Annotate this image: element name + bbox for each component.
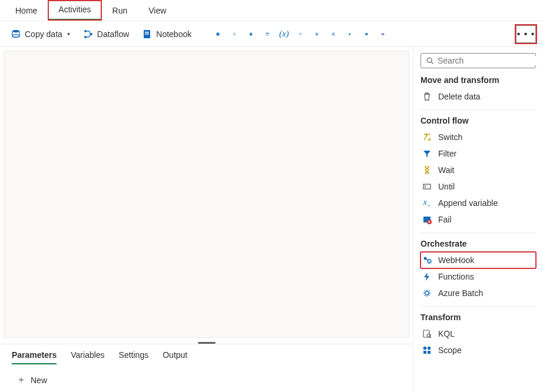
toolbar: Copy data ▾ Dataflow Notebook i (x) O T …: [0, 21, 543, 47]
notebook-icon: [142, 29, 153, 39]
search-input[interactable]: [438, 56, 541, 65]
svg-rect-35: [423, 184, 431, 189]
hourglass-icon: [422, 165, 432, 175]
info-icon[interactable]: i: [213, 29, 223, 39]
pipeline-canvas[interactable]: [4, 51, 409, 338]
gear-icon: [422, 288, 432, 298]
search-box[interactable]: [421, 53, 536, 68]
menu-webhook[interactable]: WebHook: [421, 252, 536, 268]
menu-label: Append variable: [438, 198, 498, 208]
tab-activities[interactable]: Activities: [48, 0, 101, 21]
variable-icon[interactable]: (x): [279, 29, 289, 39]
svg-rect-47: [428, 351, 431, 354]
menu-switch[interactable]: Switch: [421, 129, 536, 145]
notebook-button[interactable]: Notebook: [138, 26, 195, 42]
section-orchestrate: Orchestrate: [421, 239, 536, 248]
svg-rect-7: [145, 34, 149, 35]
notebook-label: Notebook: [156, 29, 191, 39]
pipeline-icon[interactable]: [295, 29, 306, 39]
tab-view[interactable]: View: [138, 0, 177, 21]
menu-label: Wait: [438, 165, 454, 175]
filter-icon: [422, 148, 432, 159]
script-icon[interactable]: [246, 29, 256, 39]
menu-filter[interactable]: Filter: [421, 145, 536, 162]
tab-output[interactable]: Output: [163, 350, 187, 364]
menu-label: Switch: [438, 132, 462, 142]
fail-icon: [422, 214, 432, 225]
trash-icon: [422, 91, 432, 102]
menu-wait[interactable]: Wait: [421, 162, 536, 178]
svg-line-34: [431, 62, 433, 64]
menu-label: Delete data: [438, 92, 481, 101]
more-button[interactable]: • • •: [516, 25, 536, 43]
branch-icon: [83, 29, 94, 39]
lightning-icon: [422, 271, 432, 282]
copy-data-button[interactable]: Copy data ▾: [7, 26, 74, 42]
svg-rect-45: [428, 347, 431, 350]
menu-label: Until: [438, 182, 455, 191]
new-button[interactable]: ＋ New: [0, 368, 413, 392]
scope-icon: [422, 345, 432, 356]
menu-label: Filter: [438, 149, 456, 158]
template-icon[interactable]: [312, 29, 322, 39]
outlook-icon[interactable]: O: [361, 29, 372, 39]
section-transform: Transform: [421, 313, 536, 322]
new-label: New: [31, 376, 47, 385]
menu-until[interactable]: Until: [421, 178, 536, 195]
separator: [421, 306, 536, 307]
section-move-transform: Move and transform: [421, 75, 536, 85]
tab-home[interactable]: Home: [5, 0, 48, 21]
variable-plus-icon: x+: [422, 198, 432, 208]
svg-point-20: [301, 33, 302, 34]
megaphone-icon[interactable]: [345, 29, 355, 39]
tab-run[interactable]: Run: [102, 0, 138, 21]
activities-panel: Move and transform Delete data Control f…: [413, 47, 543, 392]
menu-fail[interactable]: Fail: [421, 211, 536, 228]
globe-icon[interactable]: [328, 29, 339, 39]
svg-text:i: i: [218, 33, 218, 35]
svg-point-10: [233, 33, 235, 35]
separator: [421, 109, 536, 110]
svg-point-38: [424, 257, 427, 260]
table-icon[interactable]: [262, 29, 273, 39]
tab-variables[interactable]: Variables: [71, 350, 104, 364]
svg-rect-6: [145, 32, 149, 33]
search-icon[interactable]: [229, 29, 240, 39]
tab-parameters[interactable]: Parameters: [12, 350, 57, 364]
menu-append-variable[interactable]: x+ Append variable: [421, 195, 536, 211]
menu-label: Functions: [438, 272, 474, 281]
canvas-column: Parameters Variables Settings Output ＋ N…: [0, 47, 413, 392]
svg-point-21: [300, 34, 301, 35]
switch-icon: [422, 132, 432, 142]
top-tabs: Home Activities Run View: [0, 0, 543, 21]
menu-scope[interactable]: Scope: [421, 342, 536, 358]
database-icon: [11, 29, 21, 39]
menu-label: Scope: [438, 346, 462, 355]
svg-point-40: [425, 291, 429, 295]
menu-label: KQL: [438, 329, 455, 338]
separator: [421, 232, 536, 233]
svg-line-11: [235, 35, 236, 35]
svg-rect-23: [316, 34, 317, 35]
menu-label: Fail: [438, 215, 452, 224]
svg-point-19: [299, 33, 300, 34]
svg-point-2: [84, 30, 87, 32]
svg-point-33: [427, 58, 432, 62]
section-control-flow: Control flow: [421, 116, 536, 125]
menu-kql[interactable]: KQL: [421, 325, 536, 342]
menu-label: Azure Batch: [438, 288, 483, 298]
svg-line-43: [430, 337, 431, 338]
kql-icon: [422, 328, 432, 339]
plus-icon: ＋: [16, 374, 26, 386]
menu-azure-batch[interactable]: Azure Batch: [421, 285, 536, 301]
dataflow-label: Dataflow: [97, 29, 129, 39]
menu-delete-data[interactable]: Delete data: [421, 88, 536, 105]
menu-functions[interactable]: Functions: [421, 268, 536, 285]
dataflow-button[interactable]: Dataflow: [80, 26, 133, 42]
bottom-tabs: Parameters Variables Settings Output: [0, 344, 413, 368]
webhook-icon: [422, 255, 432, 265]
svg-point-0: [12, 29, 19, 32]
svg-point-32: [383, 33, 384, 34]
tab-settings[interactable]: Settings: [119, 350, 149, 364]
teams-icon[interactable]: T: [378, 29, 388, 39]
